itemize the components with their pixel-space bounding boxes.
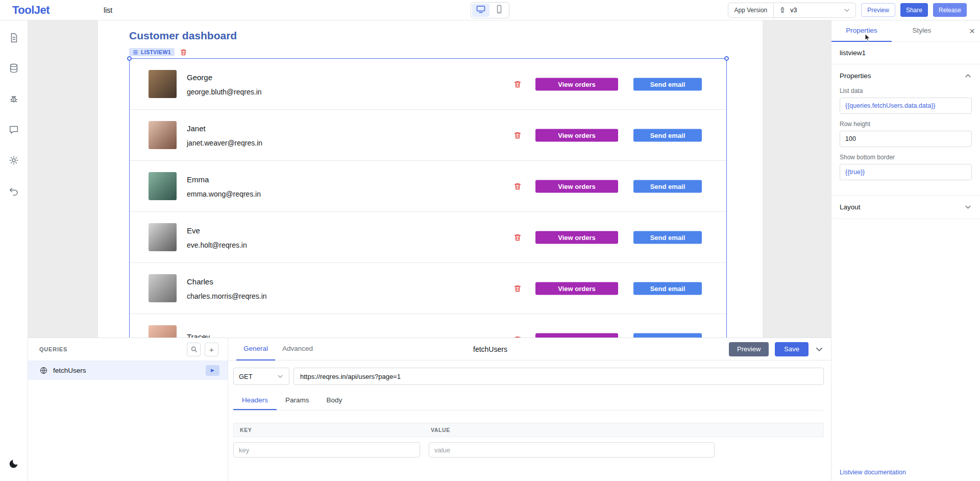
share-button[interactable]: Share: [900, 3, 928, 17]
send-email-button[interactable]: Send email: [633, 282, 702, 295]
customer-info: George george.bluth@reqres.in: [187, 73, 262, 95]
tab-styles[interactable]: Styles: [892, 20, 952, 42]
send-email-button[interactable]: Send email: [633, 78, 702, 90]
dark-mode-icon[interactable]: [5, 454, 23, 473]
rocket-icon: [779, 7, 786, 14]
widget-selection-toolbar: LISTVIEW1: [129, 48, 187, 56]
customer-email: charles.morris@reqres.in: [187, 292, 267, 300]
header-key-input[interactable]: [233, 442, 420, 458]
mobile-icon: [494, 4, 504, 16]
tab-general[interactable]: General: [236, 338, 275, 360]
section-properties: Properties List data Row height Show bot…: [831, 64, 980, 196]
section-layout[interactable]: Layout: [831, 196, 980, 219]
widget-name[interactable]: listview1: [831, 42, 980, 64]
pages-icon[interactable]: [5, 29, 23, 47]
view-orders-button[interactable]: View orders: [535, 231, 618, 244]
settings-icon[interactable]: [5, 151, 23, 170]
delete-row-icon[interactable]: [513, 131, 522, 139]
view-orders-button[interactable]: View orders: [535, 129, 618, 141]
view-orders-button[interactable]: View orders: [535, 180, 618, 193]
query-editor-body: GET Headers Params Body KEY VALUE: [228, 360, 831, 458]
rest-api-icon: [39, 366, 48, 375]
customer-email: george.bluth@reqres.in: [187, 87, 262, 95]
row-height-input[interactable]: [840, 131, 972, 147]
customer-name: George: [187, 73, 262, 81]
undo-icon[interactable]: [5, 182, 23, 200]
left-sidebar: [0, 20, 28, 481]
section-properties-header[interactable]: Properties: [831, 64, 980, 87]
request-row: GET: [233, 368, 824, 385]
customer-info: Eve eve.holt@reqres.in: [187, 226, 247, 249]
resize-handle[interactable]: [724, 56, 729, 61]
documentation-link[interactable]: Listview documentation: [840, 469, 906, 476]
tab-headers[interactable]: Headers: [233, 391, 277, 410]
database-icon[interactable]: [5, 59, 23, 78]
header-value-input[interactable]: [429, 442, 715, 458]
comments-icon[interactable]: [5, 121, 23, 139]
header-actions: App Version v3 Preview Share Release: [728, 3, 967, 18]
delete-row-icon[interactable]: [513, 233, 522, 242]
tab-advanced[interactable]: Advanced: [275, 338, 320, 360]
listview-widget[interactable]: George george.bluth@reqres.in View order…: [129, 58, 727, 368]
request-tabs: Headers Params Body: [233, 391, 824, 411]
preview-button[interactable]: Preview: [861, 3, 895, 17]
tab-body[interactable]: Body: [318, 391, 351, 410]
avatar: [149, 172, 177, 200]
collapse-panel-icon[interactable]: [815, 345, 824, 354]
desktop-toggle-button[interactable]: [472, 4, 489, 17]
chevron-up-icon: [964, 72, 972, 80]
customer-name: Janet: [187, 124, 262, 132]
debugger-icon[interactable]: [5, 90, 23, 108]
tooljet-logo[interactable]: ToolJet: [12, 4, 50, 17]
widget-badge[interactable]: LISTVIEW1: [129, 48, 175, 56]
add-query-button[interactable]: +: [205, 343, 218, 356]
customer-info: Charles charles.morris@reqres.in: [187, 277, 267, 300]
list-item: Eve eve.holt@reqres.in View orders Send …: [130, 212, 726, 263]
query-item-fetchusers[interactable]: fetchUsers ▶: [28, 360, 228, 380]
show-bottom-border-input[interactable]: [840, 164, 972, 180]
list-data-input[interactable]: [840, 98, 972, 114]
app-version-label: App Version: [728, 3, 774, 17]
delete-row-icon[interactable]: [513, 80, 522, 88]
headers-table-head: KEY VALUE: [233, 423, 824, 437]
query-editor-actions: Preview Save: [729, 342, 824, 356]
method-select[interactable]: GET: [233, 368, 289, 385]
url-input[interactable]: [293, 368, 824, 385]
avatar: [149, 70, 177, 98]
mobile-toggle-button[interactable]: [491, 4, 508, 17]
close-icon[interactable]: ×: [969, 26, 975, 36]
list-item: Janet janet.weaver@reqres.in View orders…: [130, 110, 726, 161]
section-layout-label: Layout: [840, 203, 861, 211]
desktop-icon: [476, 4, 486, 16]
query-preview-button[interactable]: Preview: [729, 342, 769, 356]
query-save-button[interactable]: Save: [775, 342, 808, 356]
app-builder: ToolJet list App Version v3 Preview Shar…: [0, 0, 980, 481]
query-search-button[interactable]: [187, 343, 201, 356]
send-email-button[interactable]: Send email: [633, 231, 702, 244]
list-data-label: List data: [840, 87, 972, 94]
version-dropdown[interactable]: v3: [774, 3, 855, 17]
query-item-label: fetchUsers: [53, 367, 86, 374]
properties-panel: Properties Styles × listview1 Properties…: [831, 20, 980, 481]
view-orders-button[interactable]: View orders: [535, 282, 618, 295]
resize-handle[interactable]: [127, 56, 132, 61]
app-name[interactable]: list: [104, 6, 112, 14]
chevron-down-icon: [277, 373, 284, 380]
delete-row-icon[interactable]: [513, 284, 522, 293]
customer-name: Eve: [187, 226, 247, 234]
chevron-down-icon: [964, 203, 972, 211]
delete-widget-icon[interactable]: [180, 49, 187, 56]
section-properties-label: Properties: [840, 72, 871, 80]
page-title[interactable]: Customer dashboard: [129, 30, 237, 42]
tab-params[interactable]: Params: [277, 391, 318, 410]
release-button[interactable]: Release: [933, 3, 967, 17]
query-list: QUERIES + fetchUsers ▶: [28, 338, 228, 481]
avatar: [149, 121, 177, 149]
delete-row-icon[interactable]: [513, 182, 522, 190]
view-orders-button[interactable]: View orders: [535, 78, 618, 90]
run-query-button[interactable]: ▶: [206, 365, 219, 376]
customer-email: eve.holt@reqres.in: [187, 240, 247, 249]
send-email-button[interactable]: Send email: [633, 129, 702, 141]
tab-properties[interactable]: Properties: [831, 20, 892, 42]
send-email-button[interactable]: Send email: [633, 180, 702, 193]
